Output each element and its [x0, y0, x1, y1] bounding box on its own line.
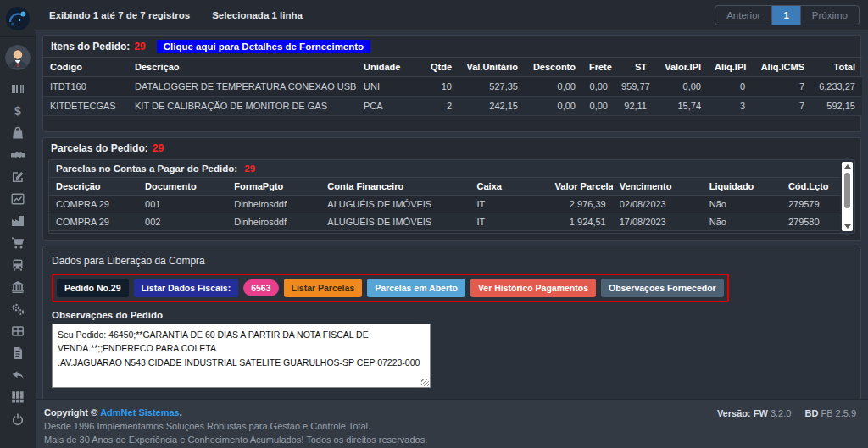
fornecimento-details-link[interactable]: Clique aqui para Detalhes de Forneciment… — [157, 40, 370, 53]
parcelas-inner-panel: Parcelas no Contas a Pagar do Pedido: 29… — [48, 159, 855, 234]
column-header[interactable]: Descrição — [128, 58, 357, 77]
copyright-line: Copyright © AdmNet Sistemas. — [44, 406, 427, 419]
column-header[interactable]: Desconto — [525, 58, 582, 77]
scrollbar-thumb[interactable] — [844, 173, 850, 208]
column-header[interactable]: Valor Parcela — [548, 178, 613, 196]
scroll-down-icon[interactable] — [844, 224, 851, 229]
column-header[interactable]: Frete — [582, 58, 615, 77]
cell: IT — [470, 231, 548, 235]
document-icon[interactable] — [11, 346, 25, 360]
liberacao-button-group: Pedido No.29 Listar Dados Fiscais: 6563 … — [52, 274, 729, 302]
ver-historico-pagamentos-button[interactable]: Ver Histórico Pagamentos — [470, 279, 596, 297]
column-header[interactable]: Vencimento — [613, 178, 703, 196]
column-header[interactable]: Val.Unitário — [459, 58, 525, 77]
column-header[interactable]: Caixa — [470, 178, 548, 196]
column-header[interactable]: Valor.IPI — [654, 58, 708, 77]
table-row[interactable]: COMPRA 29 002 Dinheirosddf ALUGUÉIS DE I… — [49, 213, 840, 231]
column-header[interactable]: Descrição — [49, 178, 138, 196]
barcode-icon[interactable] — [11, 81, 25, 96]
cell: 01/09/2023 — [613, 231, 703, 235]
observacoes-fornecedor-button[interactable]: Observações Fornecedor — [601, 279, 724, 297]
cell: COMPRA 29 — [49, 196, 138, 213]
cell: 15,74 — [654, 97, 708, 116]
column-header[interactable]: Documento — [138, 178, 227, 196]
liberacao-compra-panel: Dados para Liberação da Compra Pedido No… — [42, 246, 861, 401]
cell: 001 — [138, 196, 227, 213]
pedido-number-button[interactable]: Pedido No.29 — [57, 279, 129, 297]
shopping-cart-icon[interactable] — [11, 235, 25, 250]
admnet-logo[interactable] — [0, 0, 36, 37]
factory-icon[interactable] — [11, 213, 25, 228]
reply-arrow-icon[interactable] — [11, 368, 25, 382]
itens-order-number: 29 — [134, 41, 145, 53]
bank-icon[interactable] — [11, 279, 25, 294]
cell: 1.924,51 — [548, 231, 613, 235]
cell: 7 — [752, 97, 811, 116]
cell: Não — [703, 231, 782, 235]
records-info: Exibindo 1 até 7 de 7 registros — [49, 10, 190, 20]
cell: 279580 — [782, 213, 840, 231]
parcelas-pedido-panel: Parcelas do Pedido: 29 Parcelas no Conta… — [42, 137, 861, 241]
admnet-link[interactable]: AdmNet Sistemas — [100, 407, 180, 418]
column-header[interactable]: Alíq.IPI — [708, 58, 752, 77]
parcelas-em-aberto-button[interactable]: Parcelas em Aberto — [367, 279, 465, 297]
itens-title-text: Itens do Pedido: — [51, 41, 130, 53]
cell: COMPRA 29 — [49, 213, 138, 231]
column-header[interactable]: Conta Financeiro — [320, 178, 470, 196]
parcelas-subtitle: Parcelas no Contas a Pagar do Pedido: 29 — [49, 160, 854, 177]
table-icon[interactable] — [11, 324, 25, 338]
column-header[interactable]: Código — [43, 58, 128, 77]
column-header[interactable]: FormaPgto — [227, 178, 320, 196]
column-header[interactable]: Total — [811, 58, 862, 77]
version-info: Versão: FW 3.2.0 BD FB 2.5.9 — [717, 406, 856, 448]
cell: 242,15 — [459, 97, 525, 116]
grid-icon[interactable] — [11, 390, 25, 404]
power-icon[interactable] — [11, 412, 25, 426]
listar-dados-fiscais-button[interactable]: Listar Dados Fiscais: — [134, 279, 239, 297]
resize-handle-icon[interactable] — [421, 379, 429, 386]
logo-icon — [5, 6, 31, 31]
table-row[interactable]: KITDETECGAS KIT DE CALIBRAÇÃO DE MONITOR… — [43, 97, 862, 116]
footer-left: Copyright © AdmNet Sistemas. Desde 1996 … — [44, 406, 427, 448]
cell: 0,00 — [525, 97, 582, 116]
fiscal-code-badge[interactable]: 6563 — [243, 279, 278, 296]
bus-icon[interactable] — [11, 257, 25, 272]
listar-parcelas-button[interactable]: Listar Parcelas — [284, 279, 363, 297]
cell: 0 — [708, 77, 752, 97]
vertical-scrollbar[interactable] — [842, 162, 853, 231]
edit-icon[interactable] — [11, 169, 25, 184]
gears-icon[interactable] — [11, 301, 25, 316]
handshake-icon[interactable] — [11, 147, 25, 162]
column-header[interactable]: Liquidado — [703, 178, 782, 196]
cell: 2 — [420, 97, 459, 116]
table-row[interactable]: COMPRA 29 003 Dinheirosddf ALUGUÉIS DE I… — [49, 231, 840, 235]
column-header[interactable]: Alíq.ICMS — [752, 58, 811, 77]
itens-table: Código Descrição Unidade Qtde Val.Unitár… — [43, 57, 862, 116]
table-row[interactable]: COMPRA 29 001 Dinheirosddf ALUGUÉIS DE I… — [49, 196, 840, 213]
cell: 3 — [708, 97, 752, 116]
bd-label: BD — [804, 408, 818, 418]
bd-value: FB 2.5.9 — [821, 408, 856, 418]
shopping-bag-icon[interactable] — [11, 125, 25, 140]
cell: ALUGUÉIS DE IMÓVEIS — [320, 213, 470, 231]
previous-page-button[interactable]: Anterior — [715, 6, 771, 25]
cell: 0,00 — [582, 77, 615, 97]
footer-line2: Desde 1996 Implementamos Soluções Robust… — [44, 419, 427, 433]
observacoes-pedido-textarea[interactable]: Seu Pedido: 46450;**GARANTIA DE 60 DIAS … — [52, 324, 431, 388]
scroll-up-icon[interactable] — [844, 164, 851, 169]
column-header[interactable]: Cód.Lçto — [782, 178, 840, 196]
dollar-icon[interactable]: $ — [11, 103, 25, 118]
column-header[interactable]: ST — [615, 58, 654, 77]
column-header[interactable]: Unidade — [357, 58, 420, 77]
pagination: Anterior 1 Próximo — [715, 5, 860, 25]
column-header[interactable]: Qtde — [420, 58, 459, 77]
current-page-button[interactable]: 1 — [771, 6, 800, 25]
cell: ALUGUÉIS DE IMÓVEIS — [320, 196, 470, 213]
user-avatar[interactable] — [5, 45, 31, 70]
line-chart-icon[interactable] — [11, 191, 25, 206]
table-row[interactable]: ITDT160 DATALOGGER DE TEMPERATURA CONEXA… — [43, 77, 862, 97]
cell: UNI — [357, 77, 420, 97]
cell: DATALOGGER DE TEMPERATURA CONEXAO USB — [128, 77, 357, 97]
cell: Não — [703, 196, 782, 213]
next-page-button[interactable]: Próximo — [801, 6, 859, 25]
